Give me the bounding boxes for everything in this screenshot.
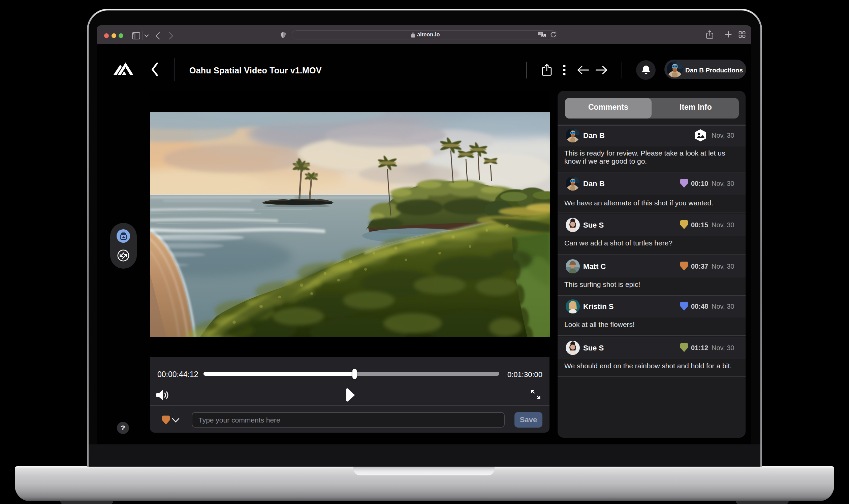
svg-text:文: 文 <box>542 34 545 37</box>
svg-text:A: A <box>539 32 541 35</box>
